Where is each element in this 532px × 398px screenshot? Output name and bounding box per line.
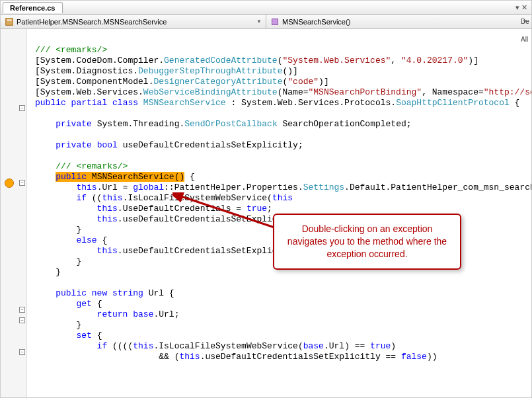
fold-icon[interactable]: −	[19, 180, 25, 186]
code-line: public	[35, 288, 87, 298]
callout-text: Double-clicking on an exception navigate…	[287, 223, 447, 259]
code-line: get	[35, 299, 92, 309]
side-tab[interactable]: All	[519, 35, 531, 44]
code-line: public	[35, 98, 66, 108]
code-line: && (	[35, 352, 179, 362]
code-line: if	[35, 341, 107, 351]
code-line: [System.Web.Services.	[35, 87, 143, 97]
method-icon	[270, 17, 280, 26]
annotation-callout: Double-clicking on an exception navigate…	[273, 214, 461, 270]
code-line: return	[35, 309, 128, 319]
svg-rect-2	[272, 19, 278, 24]
code-line: private	[35, 140, 92, 150]
code-line: private	[35, 119, 92, 129]
code-line: /// <remarks/>	[35, 45, 107, 55]
nav-member-label: MSNSearchService()	[282, 18, 350, 26]
class-icon	[5, 17, 14, 26]
code-line: else	[35, 235, 97, 245]
code-line: [System.Diagnostics.	[35, 66, 138, 76]
navigation-bar: PatientHelper.MSNSearch.MSNSearchService…	[1, 15, 531, 29]
code-line: if	[35, 193, 87, 203]
file-tab[interactable]: Reference.cs	[3, 2, 63, 13]
code-line: /// <remarks/>	[35, 161, 128, 171]
code-line: }	[35, 225, 81, 235]
nav-member-dropdown[interactable]: MSNSearchService() ▼	[266, 15, 531, 28]
code-line: }	[35, 320, 81, 330]
code-line: }	[35, 257, 81, 266]
breakpoint-icon[interactable]	[5, 179, 14, 188]
code-line: [System.ComponentModel.	[35, 77, 153, 87]
fold-icon[interactable]: −	[19, 349, 25, 355]
svg-rect-1	[7, 19, 12, 20]
nav-type-dropdown[interactable]: PatientHelper.MSNSearch.MSNSearchService…	[1, 15, 266, 28]
fold-icon[interactable]: −	[19, 317, 25, 323]
file-tab-bar: Reference.cs ▾ ✕	[1, 1, 531, 15]
collapsed-side-panels[interactable]: De All	[519, 17, 531, 44]
fold-icon[interactable]: −	[19, 105, 25, 111]
highlighted-line	[35, 172, 56, 182]
nav-type-label: PatientHelper.MSNSearch.MSNSearchService	[17, 18, 167, 26]
code-line: }	[35, 267, 61, 277]
svg-rect-0	[6, 18, 13, 25]
gutter[interactable]: − − − − −	[1, 29, 27, 397]
code-line: this	[35, 214, 118, 224]
code-line: [System.CodeDom.Compiler.	[35, 56, 164, 65]
code-line: this	[35, 204, 118, 214]
tab-menu-icon[interactable]: ▾ ✕	[515, 3, 527, 12]
side-tab[interactable]: De	[519, 17, 531, 26]
chevron-down-icon: ▼	[256, 19, 262, 24]
code-line: this	[35, 246, 118, 256]
code-line: this	[35, 182, 97, 192]
fold-icon[interactable]: −	[19, 307, 25, 313]
code-line: set	[35, 331, 92, 340]
